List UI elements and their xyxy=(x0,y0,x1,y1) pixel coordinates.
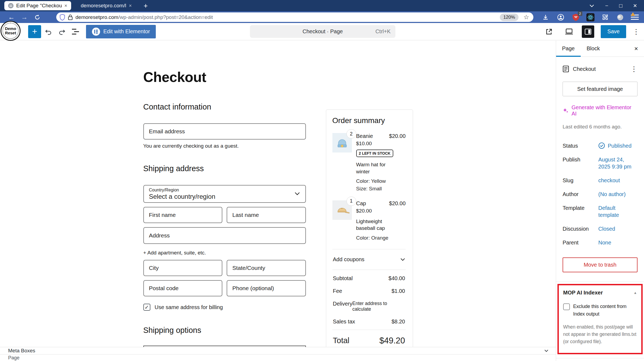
status-value[interactable]: Published xyxy=(598,142,632,149)
settings-sidebar-toggle[interactable] xyxy=(582,25,594,38)
address-field[interactable]: Address xyxy=(143,227,306,244)
row-value[interactable]: August 24, 2025 9:39 pm xyxy=(598,156,631,170)
zoom-level-badge[interactable]: 120% xyxy=(500,14,518,21)
shipping-address-heading[interactable]: Shipping address xyxy=(143,164,306,173)
page-options-kebab-icon[interactable]: ⋮ xyxy=(630,65,638,72)
row-value[interactable]: (No author) xyxy=(598,191,626,198)
refresh-button[interactable] xyxy=(31,12,44,22)
sidebar-page-title: Checkout xyxy=(573,66,627,72)
phone-field[interactable]: Phone (optional) xyxy=(227,280,306,296)
browser-nav-bar: ← → demoresetpro.com/wp-admin/post.php?p… xyxy=(0,11,644,23)
bookmark-star-icon[interactable]: ☆ xyxy=(523,14,529,20)
publish-row: Publish August 24, 2025 9:39 pm xyxy=(563,156,638,170)
tab-block[interactable]: Block xyxy=(581,41,606,57)
discussion-row: Discussion Closed xyxy=(563,225,638,232)
browser-tab-active[interactable]: Edit Page "Checkout" ‹ Demo W × xyxy=(4,1,71,10)
url-bar[interactable]: demoresetpro.com/wp-admin/post.php?post=… xyxy=(56,12,533,22)
panel-collapse-icon[interactable]: ▲ xyxy=(633,291,637,295)
total-line-label: Sales tax xyxy=(333,319,355,325)
breadcrumb[interactable]: Page xyxy=(8,355,19,361)
exclude-content-checkbox[interactable] xyxy=(563,303,570,310)
adblock-shield-icon[interactable]: 2 xyxy=(571,13,580,22)
tab-close-icon[interactable]: × xyxy=(129,3,132,9)
total-line-value: $1.00 xyxy=(391,288,405,294)
row-label: Parent xyxy=(563,239,598,246)
product-name[interactable]: Beanie xyxy=(356,133,389,139)
row-label: Author xyxy=(563,191,598,198)
first-name-field[interactable]: First name xyxy=(143,207,223,223)
last-name-field[interactable]: Last name xyxy=(227,207,306,223)
profile-circle-icon[interactable] xyxy=(616,13,625,22)
slug-row: Slug checkout xyxy=(563,177,638,184)
row-value[interactable]: checkout xyxy=(598,177,620,184)
block-inserter-button[interactable]: + xyxy=(28,25,41,38)
sidebar-tabs: Page Block × xyxy=(556,41,644,57)
extensions-puzzle-icon[interactable] xyxy=(600,13,610,22)
parent-row: Parent None xyxy=(563,239,638,246)
window-close-button[interactable]: × xyxy=(633,2,637,9)
row-label: Slug xyxy=(563,177,598,184)
forward-button[interactable]: → xyxy=(18,12,31,22)
window-maximize-button[interactable]: □ xyxy=(619,3,622,8)
browser-window: Edit Page "Checkout" ‹ Demo W × demorese… xyxy=(0,0,644,361)
downloads-icon[interactable] xyxy=(541,13,550,22)
view-page-external-icon[interactable] xyxy=(543,25,555,38)
generate-elementor-ai-link[interactable]: Generate with Elementor AI xyxy=(563,104,638,117)
browser-tab-llms[interactable]: demoresetpro.com/llms.txt × xyxy=(77,1,136,10)
stock-badge: 2 LEFT IN STOCK xyxy=(356,150,393,157)
undo-button[interactable] xyxy=(42,25,55,38)
account-icon[interactable] xyxy=(556,13,565,22)
window-minimize-button[interactable]: − xyxy=(605,3,608,8)
postal-code-field[interactable]: Postal code xyxy=(143,280,223,296)
save-button[interactable]: Save xyxy=(601,25,626,38)
shipping-options-heading[interactable]: Shipping options xyxy=(143,326,306,335)
react-devtools-icon[interactable] xyxy=(586,13,595,21)
list-view-button[interactable] xyxy=(69,25,82,38)
editor-content: Checkout Contact information Email addre… xyxy=(0,41,556,361)
mop-help-text: When enabled, this post/page will not ap… xyxy=(563,323,637,345)
move-to-trash-button[interactable]: Move to trash xyxy=(563,257,638,272)
add-coupons-row[interactable]: Add coupons xyxy=(332,249,406,270)
tracking-shield-icon[interactable] xyxy=(60,14,65,21)
command-palette[interactable]: Checkout · Page Ctrl+K xyxy=(250,25,395,38)
options-kebab-icon[interactable]: ⋮ xyxy=(633,28,640,35)
edit-with-elementor-label: Edit with Elementor xyxy=(103,28,150,35)
total-line-label: Subtotal xyxy=(333,275,353,281)
product-unit-price: $10.00 xyxy=(356,141,389,147)
mop-panel-title[interactable]: MOP AI Indexer xyxy=(563,290,603,296)
chevron-down-icon xyxy=(400,258,405,261)
row-value[interactable]: Closed xyxy=(598,225,615,232)
total-line-value: $8.20 xyxy=(391,319,405,325)
row-value[interactable]: Default template xyxy=(598,204,638,218)
sales-tax-row: Sales tax $8.20 xyxy=(332,315,406,328)
fee-row: Fee $1.00 xyxy=(332,285,406,297)
redo-button[interactable] xyxy=(56,25,68,38)
product-name[interactable]: Cap xyxy=(356,200,389,207)
back-button[interactable]: ← xyxy=(5,12,18,22)
new-tab-button[interactable]: + xyxy=(144,2,148,9)
lock-icon[interactable] xyxy=(68,14,73,20)
row-value[interactable]: None xyxy=(598,239,611,246)
tab-list-chevron-icon[interactable] xyxy=(589,4,594,7)
set-featured-image-button[interactable]: Set featured image xyxy=(563,82,638,96)
edit-with-elementor-button[interactable]: Edit with Elementor xyxy=(86,25,156,38)
billing-checkbox[interactable]: ✓ xyxy=(143,304,150,311)
tab-close-icon[interactable]: × xyxy=(64,3,67,9)
order-summary-heading[interactable]: Order summary xyxy=(332,116,406,125)
preview-device-icon[interactable] xyxy=(563,25,575,38)
email-field[interactable]: Email address xyxy=(143,123,306,140)
meta-boxes-label: Meta Boxes xyxy=(8,348,35,354)
add-apartment-link[interactable]: + Add apartment, suite, etc. xyxy=(143,250,306,256)
contact-heading[interactable]: Contact information xyxy=(143,102,306,111)
meta-boxes-bar[interactable]: Meta Boxes xyxy=(0,347,556,354)
page-title[interactable]: Checkout xyxy=(143,69,306,85)
status-row: Status Published xyxy=(563,142,638,149)
city-field[interactable]: City xyxy=(143,260,223,276)
site-logo[interactable]: Demo Reset xyxy=(1,21,21,41)
last-edited-text: Last edited 6 months ago. xyxy=(563,124,638,130)
menu-hamburger-icon[interactable] xyxy=(631,14,639,20)
country-select[interactable]: Country/Region Select a country/region xyxy=(143,185,306,203)
state-field[interactable]: State/County xyxy=(227,260,306,276)
sidebar-close-icon[interactable]: × xyxy=(634,41,638,57)
tab-page[interactable]: Page xyxy=(556,41,581,57)
